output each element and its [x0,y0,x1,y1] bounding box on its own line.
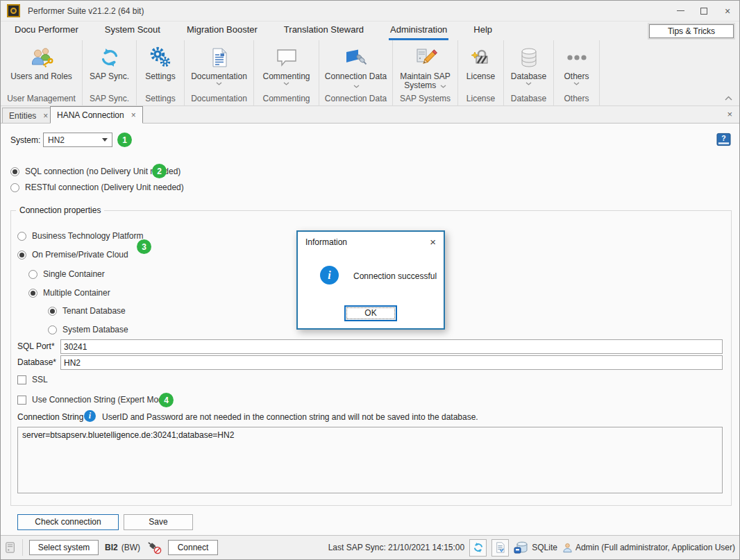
info-icon: i [84,410,96,422]
settings-button[interactable]: Settings [137,40,184,93]
information-icon: i [320,266,339,285]
current-system-name: BI2 [105,543,118,552]
ribbon-group-label: License [458,93,503,106]
radio-icon [10,167,19,176]
document-tab-strip: Entities × HANA Connection × × [1,106,739,124]
close-icon: × [725,6,730,17]
save-button[interactable]: Save [124,514,193,530]
ribbon-group-others: Others Others [554,40,600,106]
select-system-button[interactable]: Select system [29,540,99,555]
title-bar: Performer Suite v21.2.2 (64 bit) × [1,1,739,22]
ribbon-group-label: SAP Sync. [83,93,136,106]
ribbon-group-label: Others [554,93,599,106]
system-select[interactable]: HN2 [43,133,112,147]
users-and-roles-button[interactable]: Users and Roles [1,40,82,93]
sync-report-button[interactable] [491,539,509,557]
ribbon-group-label: Settings [137,93,184,106]
app-logo-icon [7,4,20,17]
chevron-down-icon [525,82,532,85]
radio-system-database[interactable]: System Database [48,325,128,334]
documentation-icon [210,45,228,70]
close-button[interactable]: × [716,1,739,21]
radio-on-premise-private-cloud[interactable]: On Premise/Private Cloud [17,250,128,260]
ribbon-group-label: Documentation [185,93,253,106]
help-button[interactable]: ? [716,133,731,149]
dialog-ok-button[interactable]: OK [344,305,397,321]
documentation-button[interactable]: Documentation [185,40,253,93]
connection-string-textarea[interactable]: server=btsapserv.bluetelligence.de:30241… [17,427,723,493]
dialog-title: Information [305,237,347,247]
step-badge-4: 4 [159,393,174,407]
ribbon-group-settings: Settings Settings [137,40,185,106]
maximize-icon [700,8,707,15]
menu-administration[interactable]: Administration [389,22,448,40]
tab-close-icon[interactable]: × [131,110,136,120]
tabstrip-close-icon[interactable]: × [727,109,732,119]
collapse-ribbon-button[interactable] [725,93,732,103]
tips-and-tricks-button[interactable]: Tips & Tricks [649,24,734,38]
commenting-icon [276,45,298,70]
expert-mode-checkbox[interactable] [17,396,26,405]
connect-button[interactable]: Connect [168,540,218,555]
minimize-button[interactable] [668,1,692,21]
menu-translation-steward[interactable]: Translation Steward [283,22,365,40]
others-button[interactable]: Others [554,40,599,93]
minimize-icon [677,10,684,11]
tab-close-icon[interactable]: × [43,111,48,121]
server-icon [5,541,16,554]
database-input[interactable] [60,355,723,370]
connection-string-label: Connection String [17,412,83,422]
ribbon-button-label: Commenting [261,72,311,81]
database-button[interactable]: Database [504,40,553,93]
ribbon-group-sap-systems: Maintain SAP Systems SAP Systems [393,40,458,106]
current-system-type: (BW) [121,543,140,552]
last-sap-sync-label: Last SAP Sync: 21/10/2021 14:15:00 [328,543,465,552]
ribbon: Users and Roles User Management SAP Syn [1,40,739,106]
radio-multiple-container[interactable]: Multiple Container [28,288,110,298]
radio-single-container[interactable]: Single Container [28,269,105,279]
dialog-close-icon[interactable]: × [430,236,436,248]
ssl-checkbox-row[interactable]: SSL [17,375,48,384]
license-button[interactable]: License [458,40,503,93]
connection-data-icon [344,45,368,70]
settings-icon [149,45,172,70]
radio-icon [10,183,19,192]
app-window: Performer Suite v21.2.2 (64 bit) × Docu … [0,0,740,560]
connection-properties-title: Connection properties [16,205,104,215]
tab-entities[interactable]: Entities × [2,108,55,123]
chevron-down-icon [353,85,360,88]
chevron-up-icon [725,96,732,101]
system-select-value: HN2 [48,135,102,145]
tab-hana-connection[interactable]: HANA Connection × [50,106,143,124]
check-connection-button[interactable]: Check connection [17,514,119,530]
sql-port-input[interactable] [60,339,723,354]
refresh-sync-button[interactable] [469,539,487,557]
maintain-sap-systems-button[interactable]: Maintain SAP Systems [393,40,457,93]
divider [22,539,23,556]
ribbon-group-label: Commenting [254,93,319,106]
report-document-icon [496,542,505,553]
ribbon-group-label: User Management [1,93,82,106]
ribbon-group-label: Connection Data [319,93,392,106]
radio-tenant-database[interactable]: Tenant Database [48,306,126,316]
sap-sync-icon [99,45,120,70]
radio-restful-connection[interactable]: RESTful connection (Delivery Unit needed… [10,183,184,192]
disconnected-icon [146,541,162,554]
menu-system-scout[interactable]: System Scout [103,22,162,40]
system-label: System: [10,135,40,145]
commenting-button[interactable]: Commenting [254,40,319,93]
menu-help[interactable]: Help [472,22,494,40]
maximize-button[interactable] [692,1,716,21]
dropdown-arrow-icon [102,138,108,142]
menu-docu-performer[interactable]: Docu Performer [13,22,80,40]
radio-business-technology-platform[interactable]: Business Technology Platform [17,231,144,241]
menu-migration-booster[interactable]: Migration Booster [185,22,259,40]
connection-data-button[interactable]: Connection Data [319,40,392,93]
database-icon [519,45,539,70]
refresh-icon [473,542,484,553]
information-dialog: Information × i Connection successful OK [296,230,445,330]
ssl-checkbox[interactable] [17,375,26,384]
sap-sync-button[interactable]: SAP Sync. [83,40,136,93]
expert-mode-checkbox-row[interactable]: Use Connection String (Expert Mode) [17,395,170,405]
radio-icon [48,307,57,316]
